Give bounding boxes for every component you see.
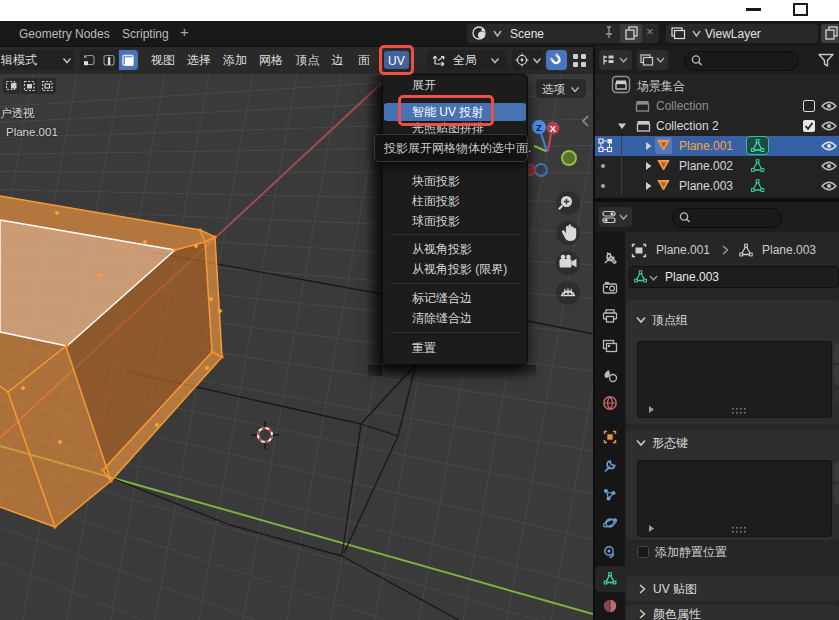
svg-text:Z: Z: [536, 122, 542, 133]
svg-text:X: X: [550, 123, 557, 134]
